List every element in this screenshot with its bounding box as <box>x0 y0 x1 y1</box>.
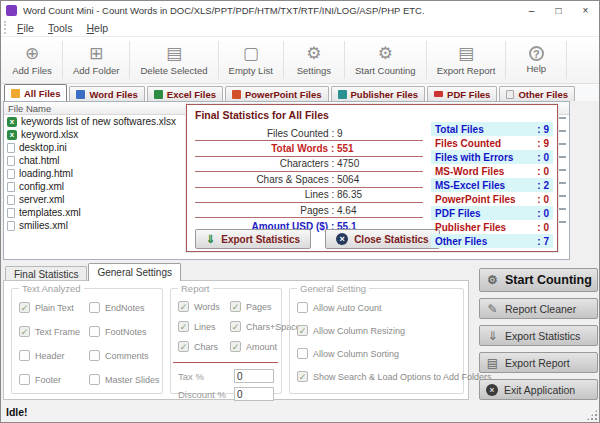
file-type-tab-label: Publisher Files <box>351 89 419 100</box>
checkbox-row[interactable]: Allow Auto Count <box>297 302 492 313</box>
toolbar-button-label: Export Report <box>437 65 496 76</box>
statistic-row: Pages 4.64 <box>195 203 423 218</box>
checkbox-row[interactable]: FootNotes <box>89 326 160 337</box>
tab-publisher-files[interactable]: Publisher Files <box>331 86 426 101</box>
checkbox[interactable] <box>19 326 30 337</box>
menu-help[interactable]: Help <box>79 20 115 36</box>
checkbox-row[interactable]: Footer <box>19 374 89 385</box>
settings-button[interactable]: ⚙ Settings <box>285 37 343 83</box>
start-counting-button[interactable]: ⚙ Start Counting <box>346 37 425 83</box>
action-button-label: Export Statistics <box>505 330 580 342</box>
resize-grip[interactable] <box>586 409 598 421</box>
checkbox[interactable] <box>19 350 30 361</box>
checkbox-row[interactable]: Comments <box>89 350 160 361</box>
checkbox-label: Pages <box>246 302 272 312</box>
checkbox-row[interactable]: Allow Column Sorting <box>297 348 492 359</box>
maximize-button[interactable]: □ <box>545 2 572 19</box>
action-button-icon: ⇓ <box>486 329 499 343</box>
file-type-count-value: 0 <box>537 208 549 219</box>
tax-input[interactable] <box>234 369 274 383</box>
statistic-label: Characters <box>195 158 337 169</box>
menu-tools[interactable]: Tools <box>41 20 80 36</box>
checkbox[interactable] <box>89 326 100 337</box>
checkbox-row[interactable]: Chars <box>178 341 230 352</box>
toolbar-button-icon: ? <box>529 46 544 61</box>
checkbox[interactable] <box>297 348 308 359</box>
checkbox[interactable] <box>178 321 189 332</box>
file-type-tab-label: Word Files <box>89 89 137 100</box>
file-type-tab-icon <box>434 91 443 97</box>
export-report-action-button[interactable]: ▤ Export Report <box>479 352 598 373</box>
checkbox[interactable] <box>178 341 189 352</box>
tab-powerpoint-files[interactable]: PowerPoint Files <box>225 86 329 101</box>
statistics-button-icon: ⇓ <box>206 233 215 246</box>
checkbox[interactable] <box>230 301 241 312</box>
tab-word-files[interactable]: Word Files <box>69 86 144 101</box>
checkbox-label: Footer <box>35 375 61 385</box>
file-type-count-row: MS-Word Files 0 <box>431 164 553 178</box>
checkbox[interactable] <box>89 302 100 313</box>
checkbox-row[interactable]: EndNotes <box>89 302 160 313</box>
file-type-tab-label: All Files <box>24 88 60 99</box>
menu-file[interactable]: File <box>10 20 41 36</box>
checkbox-row[interactable]: Master Slides <box>89 374 160 385</box>
toolbar-button-label: Settings <box>297 65 331 76</box>
checkbox[interactable] <box>19 302 30 313</box>
checkbox[interactable] <box>230 321 241 332</box>
tab-pdf-files[interactable]: PDF Files <box>427 86 497 101</box>
checkbox-label: Lines <box>194 322 216 332</box>
checkbox[interactable] <box>230 341 241 352</box>
tab-final-statistics[interactable]: Final Statistics <box>5 266 87 281</box>
checkbox[interactable] <box>19 374 30 385</box>
checkbox-row[interactable]: Header <box>19 350 89 361</box>
file-type-count-label: Publisher Files <box>435 222 537 233</box>
checkbox[interactable] <box>89 350 100 361</box>
export-statistics-button[interactable]: ⇓ Export Statistics <box>195 229 311 249</box>
delete-selected-button[interactable]: ▤ Delete Selected <box>131 37 216 83</box>
report-cleaner-button[interactable]: ✎ Report Cleaner <box>479 298 598 319</box>
help-button[interactable]: ? Help <box>507 37 565 83</box>
checkbox[interactable] <box>89 374 100 385</box>
statistics-button-label: Export Statistics <box>221 234 300 245</box>
add-folder-button[interactable]: ⊞ Add Folder <box>64 37 128 83</box>
empty-list-button[interactable]: ▢ Empty List <box>220 37 282 83</box>
close-statistics-button[interactable]: × Close Statistics <box>325 229 439 249</box>
tab-excel-files[interactable]: Excel Files <box>147 86 223 101</box>
checkbox-row[interactable]: Show Search & Load Options to Add Folder… <box>297 371 492 382</box>
checkbox-label: FootNotes <box>105 327 147 337</box>
file-type-count-label: Total Files <box>435 124 537 135</box>
export-report-button[interactable]: ▤ Export Report <box>428 37 505 83</box>
file-name: keyword.xlsx <box>21 129 78 140</box>
general-setting-group-title: General Setting <box>297 283 369 294</box>
file-type-tab-label: PDF Files <box>447 89 490 100</box>
checkbox-row[interactable]: Allow Column Resizing <box>297 325 492 336</box>
tab-all-files[interactable]: All Files <box>4 84 67 101</box>
text-analyzed-checkboxes: Plain Text EndNotes Text Frame F <box>12 289 162 389</box>
discount-input[interactable] <box>234 387 274 401</box>
close-button[interactable]: × <box>572 2 599 19</box>
file-type-tab-icon <box>338 90 347 99</box>
file-type-tabstrip: All Files Word Files Excel Files PowerPo… <box>1 84 599 101</box>
tab-general-settings[interactable]: General Settings <box>88 263 181 281</box>
file-name: config.xml <box>19 181 64 192</box>
checkbox[interactable] <box>178 301 189 312</box>
add-files-button[interactable]: ⊕ Add Files <box>3 37 61 83</box>
checkbox-row[interactable]: Text Frame <box>19 326 89 337</box>
checkbox-row[interactable]: Plain Text <box>19 302 89 313</box>
statistic-label: Total Words <box>195 143 337 154</box>
checkbox-label: Header <box>35 351 65 361</box>
minimize-button[interactable]: – <box>518 2 545 19</box>
exit-application-button[interactable]: × Exit Application <box>479 379 598 400</box>
file-name: templates.xml <box>19 207 81 218</box>
statistic-value: 5064 <box>337 174 359 185</box>
export-statistics-action-button[interactable]: ⇓ Export Statistics <box>479 325 598 346</box>
checkbox[interactable] <box>297 302 308 313</box>
checkbox[interactable] <box>297 371 308 382</box>
status-text: Idle! <box>6 406 28 418</box>
checkbox-row[interactable]: Words <box>178 301 230 312</box>
tab-other-files[interactable]: Other Files <box>499 86 575 101</box>
file-type-tab-icon <box>154 90 163 99</box>
checkbox[interactable] <box>297 325 308 336</box>
start-counting-action-button[interactable]: ⚙ Start Counting <box>479 268 598 292</box>
checkbox-row[interactable]: Lines <box>178 321 230 332</box>
